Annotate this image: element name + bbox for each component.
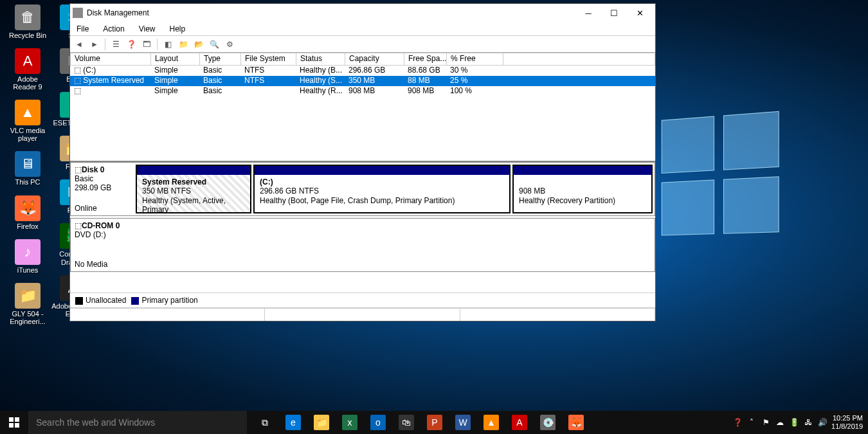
legend: Unallocated Primary partition <box>70 293 655 308</box>
desktop-icon[interactable]: 📁GLY 504 - Engineeri... <box>5 282 50 327</box>
disk-map: ⬚Disk 0Basic298.09 GBOnlineSystem Reserv… <box>70 162 655 274</box>
search-input[interactable]: Search the web and Windows <box>28 411 247 434</box>
disk-row[interactable]: ⬚Disk 0Basic298.09 GBOnlineSystem Reserv… <box>70 162 655 216</box>
menu-view[interactable]: View <box>136 23 158 35</box>
partition[interactable]: 908 MBHealthy (Recovery Partition) <box>512 165 653 213</box>
volume-row[interactable]: ⬚ SimpleBasicHealthy (R...908 MB908 MB10… <box>70 86 655 96</box>
menu-action[interactable]: Action <box>100 23 127 35</box>
help-icon[interactable]: ❓ <box>732 417 743 428</box>
tray-icon[interactable]: ☁ <box>775 417 785 428</box>
clock[interactable]: 10:25 PM 11/8/2019 <box>831 414 863 431</box>
taskbar-app-word[interactable]: W <box>449 411 477 434</box>
desktop-icon[interactable]: AAdobe Reader 9 <box>5 47 50 92</box>
col-spacer <box>503 53 655 66</box>
col-pct[interactable]: % Free <box>446 53 503 66</box>
taskbar-app-task-view[interactable]: ⧉ <box>251 411 279 434</box>
disk-row[interactable]: ⬚CD-ROM 0DVD (D:)No Media <box>70 218 655 272</box>
toolbar-icon[interactable]: 📁 <box>177 38 190 51</box>
statusbar <box>70 308 655 321</box>
taskbar: Search the web and Windows ⧉e📁xo🛍PW▲A💽🦊 … <box>0 411 868 434</box>
maximize-button[interactable]: ☐ <box>601 5 627 21</box>
refresh-icon[interactable]: ❓ <box>125 38 138 51</box>
legend-unallocated: Unallocated <box>86 296 126 305</box>
desktop-icon[interactable]: 🖥This PC <box>5 150 50 187</box>
system-tray: ❓ ˄ ⚑ ☁ 🔋 🖧 🔊 10:25 PM 11/8/2019 <box>727 414 868 431</box>
taskbar-app-firefox[interactable]: 🦊 <box>562 411 590 434</box>
start-button[interactable] <box>0 411 28 434</box>
toolbar-icon[interactable]: 📂 <box>192 38 205 51</box>
col-status[interactable]: Status <box>296 53 345 66</box>
tray-chevron-icon[interactable]: ˄ <box>746 417 757 428</box>
network-icon[interactable]: 🖧 <box>803 417 813 428</box>
col-capacity[interactable]: Capacity <box>345 53 404 66</box>
taskbar-app-store[interactable]: 🛍 <box>392 411 420 434</box>
desktop-icon[interactable]: ▲VLC media player <box>5 98 50 143</box>
volume-icon[interactable]: 🔊 <box>817 417 827 428</box>
search-placeholder: Search the web and Windows <box>36 417 155 428</box>
taskbar-app-adobe[interactable]: A <box>505 411 534 434</box>
col-fs[interactable]: File System <box>240 53 296 66</box>
svg-rect-3 <box>15 423 19 428</box>
volume-list[interactable]: ⬚ (C:)SimpleBasicNTFSHealthy (B...296.86… <box>70 66 655 162</box>
taskbar-app-edge[interactable]: e <box>279 411 307 434</box>
taskbar-app-powerpoint[interactable]: P <box>420 411 449 434</box>
volume-header: Volume Layout Type File System Status Ca… <box>70 53 655 66</box>
desktop-icon[interactable]: ♪iTunes <box>5 238 50 275</box>
window-title: Disk Management <box>87 8 149 17</box>
desktop-icon[interactable]: 🦊Firefox <box>5 194 50 231</box>
battery-icon[interactable]: 🔋 <box>789 417 799 428</box>
menubar: File Action View Help <box>70 22 655 36</box>
toolbar-icon[interactable]: ◧ <box>161 38 174 51</box>
svg-rect-0 <box>9 417 14 422</box>
legend-primary: Primary partition <box>141 296 197 305</box>
toolbar-icon[interactable]: 🔍 <box>208 38 221 51</box>
volume-row[interactable]: ⬚ System ReservedSimpleBasicNTFSHealthy … <box>70 76 655 86</box>
app-icon <box>73 8 83 18</box>
partition[interactable]: (C:)296.86 GB NTFSHealthy (Boot, Page Fi… <box>253 165 511 213</box>
menu-help[interactable]: Help <box>167 23 188 35</box>
taskbar-app-file-explorer[interactable]: 📁 <box>307 411 336 434</box>
windows-wallpaper-logo <box>662 111 779 236</box>
toolbar-icon[interactable]: 🗔 <box>140 38 153 51</box>
taskbar-app-disk-mgmt[interactable]: 💽 <box>534 411 562 434</box>
svg-rect-1 <box>15 417 19 422</box>
col-layout[interactable]: Layout <box>150 53 199 66</box>
col-type[interactable]: Type <box>199 53 240 66</box>
minimize-button[interactable]: ─ <box>575 5 601 21</box>
forward-icon[interactable]: ► <box>88 38 101 51</box>
toolbar-icon[interactable]: ⚙ <box>223 38 236 51</box>
taskbar-app-outlook[interactable]: o <box>364 411 392 434</box>
titlebar[interactable]: Disk Management ─ ☐ ✕ <box>70 4 655 22</box>
toolbar: ◄ ► ☰ ❓ 🗔 ◧ 📁 📂 🔍 ⚙ <box>70 36 655 53</box>
svg-rect-2 <box>9 423 14 428</box>
tray-icon[interactable]: ⚑ <box>761 417 771 428</box>
partition[interactable]: System Reserved350 MB NTFSHealthy (Syste… <box>136 165 251 213</box>
col-free[interactable]: Free Spa... <box>404 53 446 66</box>
toolbar-icon[interactable]: ☰ <box>109 38 122 51</box>
back-icon[interactable]: ◄ <box>73 38 86 51</box>
desktop-icon[interactable]: 🗑Recycle Bin <box>5 3 50 41</box>
col-volume[interactable]: Volume <box>70 53 150 66</box>
taskbar-app-excel[interactable]: x <box>336 411 364 434</box>
volume-row[interactable]: ⬚ (C:)SimpleBasicNTFSHealthy (B...296.86… <box>70 66 655 76</box>
taskbar-app-vlc[interactable]: ▲ <box>477 411 505 434</box>
close-button[interactable]: ✕ <box>627 5 653 21</box>
disk-management-window: Disk Management ─ ☐ ✕ File Action View H… <box>69 3 656 321</box>
menu-file[interactable]: File <box>74 23 91 35</box>
